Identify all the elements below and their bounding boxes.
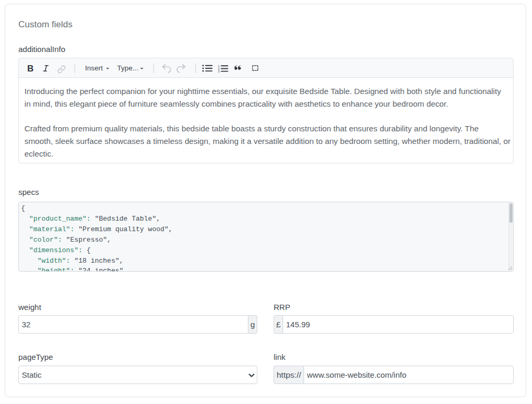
svg-text:3: 3 [218, 70, 220, 72]
